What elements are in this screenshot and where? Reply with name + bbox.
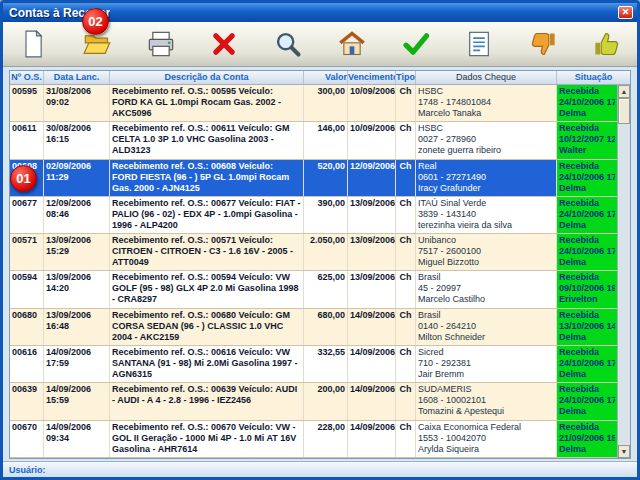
column-header-os[interactable]: Nº O.S. — [10, 71, 44, 84]
cell-valor: 625,00 — [304, 271, 348, 307]
cell-dados-cheque: Brasil 45 - 20997 Marcelo Castilho — [416, 271, 557, 307]
column-header-vencimento[interactable]: Vencimento — [348, 71, 396, 84]
cell-vencimento: 13/09/2006 — [348, 271, 396, 307]
cheque-number: 3839 - 143140 — [418, 209, 554, 220]
column-header-valor[interactable]: Valor — [304, 71, 348, 84]
lanc-time: 11:29 — [46, 172, 107, 183]
cell-situacao: Recebida 13/10/2006 14:13 Delma — [557, 309, 617, 345]
cell-dados-cheque: Caixa Economica Federal 1553 - 10042070 … — [416, 421, 557, 457]
close-button[interactable]: ✕ — [618, 6, 633, 19]
table-row[interactable]: 00611 30/08/2006 16:15 Recebimento ref. … — [10, 122, 617, 159]
cell-vencimento: 13/09/2006 — [348, 234, 396, 270]
grid-header: Nº O.S. Data Lanc. Descrição da Conta Va… — [10, 71, 630, 85]
status-bar: Usuário: — [3, 461, 637, 477]
lanc-time: 08:46 — [46, 209, 107, 220]
cell-tipo: Ch — [396, 122, 416, 158]
column-header-situacao[interactable]: Situação — [557, 71, 630, 84]
table-row[interactable]: 00594 13/09/2006 14:20 Recebimento ref. … — [10, 271, 617, 308]
vertical-scrollbar[interactable]: ▲ ▼ — [617, 85, 630, 458]
cell-descricao: Recebimento ref. O.S.: 00670 Veículo: VW… — [110, 421, 304, 457]
cell-tipo: Ch — [396, 234, 416, 270]
cheque-holder: Miguel Bizzotto — [418, 257, 554, 268]
check-icon — [402, 30, 430, 58]
status-label: Recebida — [559, 198, 615, 209]
cell-tipo: Ch — [396, 421, 416, 457]
column-header-dados-cheque[interactable]: Dados Cheque — [416, 71, 557, 84]
scroll-down-button[interactable]: ▼ — [618, 445, 630, 458]
status-label: Recebida — [559, 272, 615, 283]
report-button[interactable] — [457, 25, 501, 63]
cell-vencimento: 13/09/2006 — [348, 197, 396, 233]
reject-button[interactable] — [521, 25, 565, 63]
scroll-up-button[interactable]: ▲ — [618, 85, 630, 98]
cell-os: 00677 — [10, 197, 44, 233]
lanc-date: 14/09/2006 — [46, 347, 107, 358]
lanc-time: 17:59 — [46, 358, 107, 369]
cell-valor: 680,00 — [304, 309, 348, 345]
lanc-time: 09:02 — [46, 97, 107, 108]
cell-descricao: Recebimento ref. O.S.: 00677 Veículo: FI… — [110, 197, 304, 233]
cell-tipo: Ch — [396, 309, 416, 345]
cell-os: 00571 — [10, 234, 44, 270]
cheque-number: 1608 - 10002101 — [418, 395, 554, 406]
table-row[interactable]: 00608 02/09/2006 11:29 Recebimento ref. … — [10, 160, 617, 197]
cell-vencimento: 10/09/2006 — [348, 85, 396, 121]
cell-descricao: Recebimento ref. O.S.: 00611 Veículo: GM… — [110, 122, 304, 158]
cell-valor: 2.050,00 — [304, 234, 348, 270]
cheque-number: 710 - 292381 — [418, 358, 554, 369]
table-row[interactable]: 00571 13/09/2006 15:29 Recebimento ref. … — [10, 234, 617, 271]
lanc-time: 16:15 — [46, 134, 107, 145]
cheque-number: 1748 - 174801084 — [418, 97, 554, 108]
search-button[interactable] — [266, 25, 310, 63]
cheque-number: 7517 - 2600100 — [418, 246, 554, 257]
app-window: Contas à Receber ✕ — [0, 0, 640, 480]
status-user: Erivelton — [559, 294, 615, 305]
lanc-date: 13/09/2006 — [46, 272, 107, 283]
new-document-icon — [19, 30, 47, 58]
column-header-descricao[interactable]: Descrição da Conta — [110, 71, 304, 84]
cell-dados-cheque: HSBC 1748 - 174801084 Marcelo Tanaka — [416, 85, 557, 121]
column-header-tipo[interactable]: Tipo — [396, 71, 416, 84]
cheque-holder: Marcelo Tanaka — [418, 108, 554, 119]
table-row[interactable]: 00680 13/09/2006 16:48 Recebimento ref. … — [10, 309, 617, 346]
thumbs-up-icon — [593, 30, 621, 58]
new-document-button[interactable] — [11, 25, 55, 63]
lanc-date: 13/09/2006 — [46, 235, 107, 246]
bank-name: ITAÚ Sinal Verde — [418, 198, 554, 209]
table-row[interactable]: 00677 12/09/2006 08:46 Recebimento ref. … — [10, 197, 617, 234]
confirm-button[interactable] — [394, 25, 438, 63]
cell-situacao: Recebida 10/12/2007 12:01 Walter — [557, 122, 617, 158]
cell-valor: 228,00 — [304, 421, 348, 457]
cell-vencimento: 12/09/2006 — [348, 160, 396, 196]
table-row[interactable]: 00616 14/09/2006 17:59 Recebimento ref. … — [10, 346, 617, 383]
cell-tipo: Ch — [396, 383, 416, 419]
grid-body: 00595 31/08/2006 09:02 Recebimento ref. … — [10, 85, 617, 458]
column-header-data-lanc[interactable]: Data Lanc. — [44, 71, 110, 84]
bank-name: Brasil — [418, 272, 554, 283]
table-row[interactable]: 00595 31/08/2006 09:02 Recebimento ref. … — [10, 85, 617, 122]
status-label: Recebida — [559, 384, 615, 395]
delete-button[interactable] — [202, 25, 246, 63]
status-datetime: 24/10/2006 17:09 — [559, 97, 615, 108]
cell-tipo: Ch — [396, 197, 416, 233]
cell-valor: 146,00 — [304, 122, 348, 158]
status-user: Delma — [559, 108, 615, 119]
cheque-holder: Tomazini & Apestequi — [418, 406, 554, 417]
status-datetime: 24/10/2006 17:09 — [559, 172, 615, 183]
home-button[interactable] — [330, 25, 374, 63]
lanc-date: 31/08/2006 — [46, 86, 107, 97]
table-row[interactable]: 00639 14/09/2006 15:59 Recebimento ref. … — [10, 383, 617, 420]
approve-button[interactable] — [585, 25, 629, 63]
lanc-time: 16:48 — [46, 321, 107, 332]
lanc-date: 13/09/2006 — [46, 310, 107, 321]
scroll-thumb[interactable] — [618, 98, 630, 124]
cell-situacao: Recebida 24/10/2006 17:19 Delma — [557, 234, 617, 270]
cancel-x-icon — [210, 30, 238, 58]
bank-name: HSBC — [418, 86, 554, 97]
status-datetime: 21/09/2006 15:58 — [559, 433, 615, 444]
cell-dados-cheque: Brasil 0140 - 264210 Milton Schneider — [416, 309, 557, 345]
print-button[interactable] — [139, 25, 183, 63]
table-row[interactable]: 00670 14/09/2006 09:34 Recebimento ref. … — [10, 421, 617, 458]
cell-os: 00680 — [10, 309, 44, 345]
scroll-track[interactable] — [618, 98, 630, 445]
